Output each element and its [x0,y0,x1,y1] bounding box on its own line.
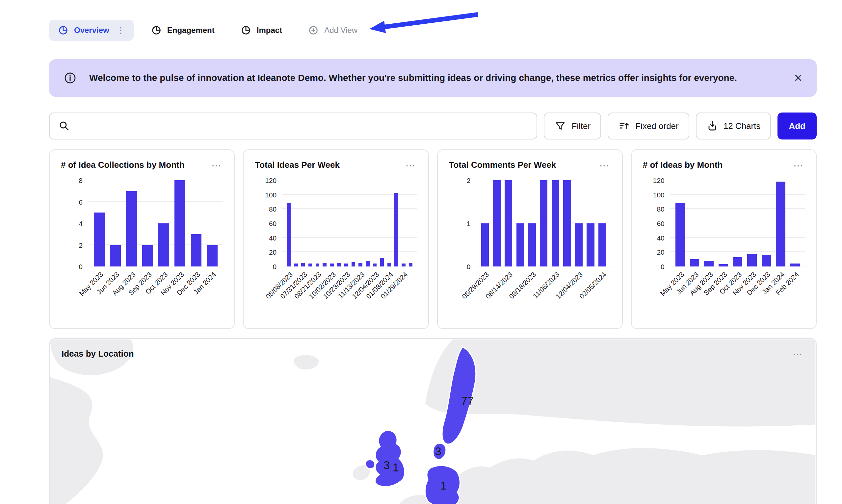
north-america-shape [50,377,104,504]
tab-engagement-label: Engagement [167,26,215,35]
plus-circle-icon [308,25,319,36]
svg-text:3: 3 [384,459,390,471]
welcome-banner: Welcome to the pulse of innovation at Id… [49,59,817,97]
card-menu-icon[interactable]: ⋯ [793,160,805,171]
chart-plot [282,180,417,267]
chart-card-total-ideas-per-week: Total Ideas Per Week ⋯ 020406080100120 0… [243,149,428,329]
northern-ireland-shape[interactable] [365,460,374,468]
chart-title: Total Comments Per Week [449,160,556,170]
toolbar: Filter Fixed order 12 Charts Add [49,112,817,140]
tab-overview-menu-icon[interactable]: ⋮ [117,26,125,35]
bar-chart: 02468 May 2023Jun 2023Aug 2023Sep 2023Oc… [61,180,223,319]
card-menu-icon[interactable]: ⋯ [405,160,417,171]
tab-add-view-label: Add View [324,26,357,35]
svg-text:3: 3 [435,445,441,457]
search-box [49,112,537,140]
tab-impact[interactable]: Impact [232,20,291,41]
filter-button[interactable]: Filter [544,112,601,140]
chart-plot [670,180,805,267]
bar-chart: 020406080100120 05/08/202307/31/202308/2… [255,180,417,319]
y-axis: 012 [449,180,477,267]
europe-map[interactable]: 773311 [50,339,816,504]
chart-title: Total Ideas Per Week [255,160,340,170]
bars [89,180,223,267]
x-axis-labels: 05/29/202308/14/202309/18/202311/06/2023… [477,267,611,319]
svg-text:1: 1 [393,461,399,474]
bar-chart: 020406080100120 May 2023Jun 2023Aug 2023… [643,180,805,319]
chart-title: # of Idea Collections by Month [61,160,185,170]
filter-funnel-icon [554,120,566,132]
bars [477,180,611,267]
y-axis: 020406080100120 [643,180,670,267]
close-icon[interactable]: × [794,71,802,85]
tab-overview-label: Overview [74,26,109,35]
fixed-order-button-label: Fixed order [635,121,679,131]
tab-impact-label: Impact [257,26,282,35]
banner-message: Welcome to the pulse of innovation at Id… [89,73,782,83]
search-input[interactable] [76,121,528,131]
svg-text:1: 1 [440,480,447,492]
pie-chart-icon [240,25,251,36]
x-axis-labels: 05/08/202307/31/202308/21/202310/02/2023… [282,267,417,319]
svg-text:77: 77 [461,394,474,407]
chart-card-ideas-by-month: # of Ideas by Month ⋯ 020406080100120 Ma… [631,149,817,329]
chart-cards: # of Idea Collections by Month ⋯ 02468 M… [49,149,817,329]
card-menu-icon[interactable]: ⋯ [599,160,611,171]
chart-card-idea-collections-by-month: # of Idea Collections by Month ⋯ 02468 M… [49,149,235,329]
europe-mainland-shape [398,447,816,504]
card-menu-icon[interactable]: ⋯ [792,349,804,360]
bar-chart: 012 05/29/202308/14/202309/18/202311/06/… [449,180,611,319]
view-tabs: Overview ⋮ Engagement Impact Add View [49,20,817,41]
x-axis-labels: May 2023Jun 2023Aug 2023Sep 2023Oct 2023… [670,267,805,319]
tab-engagement[interactable]: Engagement [142,20,223,41]
pie-chart-icon [151,25,162,36]
dashboard-page: Overview ⋮ Engagement Impact Add View [0,0,842,504]
chart-card-total-comments-per-week: Total Comments Per Week ⋯ 012 05/29/2023… [437,149,623,329]
chart-title: # of Ideas by Month [643,160,723,170]
bars [670,180,805,267]
search-icon [58,120,70,132]
pie-chart-icon [58,25,69,36]
add-button[interactable]: Add [777,112,817,140]
tab-overview[interactable]: Overview ⋮ [49,20,134,41]
tab-add-view[interactable]: Add View [299,20,366,41]
charts-count-button-label: 12 Charts [723,121,761,131]
fixed-order-button[interactable]: Fixed order [608,112,689,140]
chart-plot [89,180,223,267]
y-axis: 020406080100120 [255,180,282,267]
y-axis: 02468 [61,180,89,267]
map-card-ideas-by-location: 773311 Ideas by Location ⋯ [49,338,817,504]
charts-count-button[interactable]: 12 Charts [696,112,771,140]
sort-order-icon [618,120,630,132]
map-title: Ideas by Location [62,349,134,359]
x-axis-labels: May 2023Jun 2023Aug 2023Sep 2023Oct 2023… [89,267,223,319]
bars [282,180,417,267]
card-menu-icon[interactable]: ⋯ [211,160,223,171]
united-kingdom-shape[interactable] [375,430,405,487]
charts-tray-icon [706,120,718,132]
info-icon [64,71,77,85]
chart-plot [477,180,611,267]
filter-button-label: Filter [572,121,591,131]
